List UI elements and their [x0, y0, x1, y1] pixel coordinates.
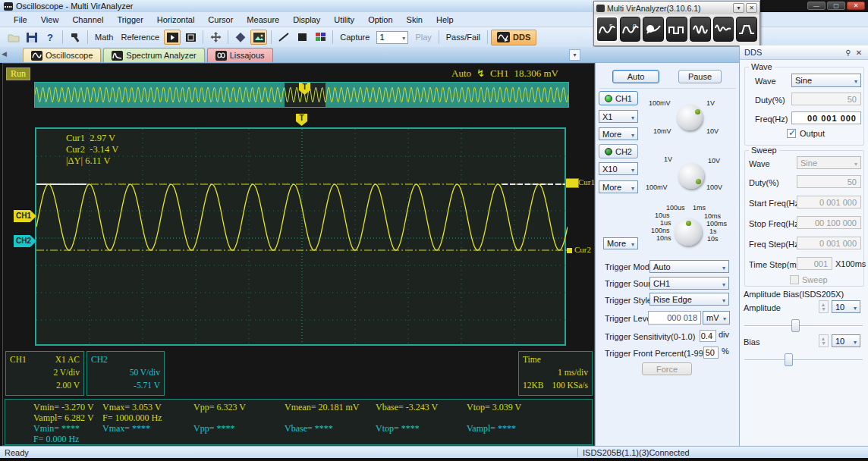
trigger-level-input[interactable]: 000 018	[648, 311, 701, 325]
persistence-button[interactable]	[232, 30, 249, 45]
amplitude-spinner[interactable]	[819, 300, 829, 313]
ch2-probe-select[interactable]: X10	[599, 162, 638, 175]
menu-item-4[interactable]: Horizontal	[151, 14, 201, 26]
timebase-knob[interactable]	[675, 218, 702, 246]
sweep-duty-input[interactable]: 50	[797, 175, 861, 188]
ch1-info-box[interactable]: CH1X1 AC 2 V/div 2.00 V	[5, 351, 84, 396]
ch2-volts-knob[interactable]	[678, 163, 704, 189]
pause-button[interactable]: Pause	[678, 70, 722, 83]
ch1-enable-button[interactable]: CH1	[599, 91, 638, 105]
sweep-step-input[interactable]: 0 001 000	[797, 237, 861, 249]
tab-spectrum-analyzer[interactable]: Spectrum Analyzer	[103, 48, 204, 62]
amplitude-slider-thumb[interactable]	[791, 319, 800, 332]
full-grid-button[interactable]	[182, 30, 199, 45]
trigger-level-unit-select[interactable]: mV	[703, 311, 730, 325]
menu-item-2[interactable]: Channel	[66, 14, 109, 26]
ch1-more-select[interactable]: More	[599, 127, 638, 140]
launcher-title-bar[interactable]: Multi VirAnalyzer(3.10.6.1) ✕	[594, 2, 760, 14]
oscilloscope-sine-icon[interactable]: s	[596, 17, 618, 42]
waveform-overview-strip[interactable]: T	[34, 82, 569, 108]
sweep-enable-checkbox[interactable]	[790, 275, 799, 284]
tab-oscilloscope[interactable]: Oscilloscope	[23, 48, 101, 62]
open-file-button[interactable]	[5, 30, 22, 45]
ch1-volts-knob[interactable]	[677, 105, 703, 130]
amplitude-range-select[interactable]: 10	[832, 300, 860, 313]
damped-wave-icon[interactable]	[713, 17, 734, 42]
square-wave-icon[interactable]	[666, 17, 687, 42]
help-button[interactable]: ?	[42, 30, 58, 45]
ch1-probe-select[interactable]: X1	[599, 110, 638, 123]
center-waveform-button[interactable]	[207, 30, 224, 45]
menu-item-5[interactable]: Cursor	[202, 14, 239, 26]
launcher-window: Multi VirAnalyzer(3.10.6.1) ✕ s p	[593, 1, 760, 46]
math-button[interactable]: Math	[91, 33, 117, 42]
split-view-button[interactable]	[164, 30, 181, 45]
trigger-mode-select[interactable]: Auto	[649, 260, 729, 273]
trigger-position-marker[interactable]: T	[296, 114, 307, 126]
cursor2-handle[interactable]	[567, 248, 572, 253]
line-draw-button[interactable]	[275, 30, 292, 45]
dds-freq-input[interactable]: 00 001 000	[791, 111, 861, 124]
bias-slider-thumb[interactable]	[785, 353, 793, 366]
bias-spinner[interactable]	[819, 334, 829, 347]
play-button[interactable]: Play	[411, 33, 435, 42]
reference-button[interactable]: Reference	[117, 33, 163, 42]
menu-item-0[interactable]: File	[8, 14, 33, 26]
trigger-front-input[interactable]: 50	[703, 347, 719, 359]
ch2-enable-button[interactable]: CH2	[599, 144, 638, 158]
ch2-info-box[interactable]: CH2 50 V/div -5.71 V	[86, 351, 165, 396]
svg-text:s: s	[609, 22, 612, 29]
launcher-close-button[interactable]: ✕	[746, 3, 757, 13]
trigger-style-select[interactable]: Rise Edge	[649, 293, 729, 306]
pulse-wave-icon[interactable]	[736, 17, 757, 42]
menu-item-10[interactable]: Skin	[401, 14, 429, 26]
sweep-time-input[interactable]: 001	[797, 257, 832, 270]
dds-duty-input[interactable]: 50	[791, 93, 861, 105]
pass-fail-button[interactable]: Pass/Fail	[442, 33, 484, 42]
maximize-button[interactable]	[827, 2, 845, 10]
dds-button[interactable]: DDS	[491, 30, 536, 45]
menu-item-8[interactable]: Utility	[328, 14, 360, 26]
menu-item-3[interactable]: Trigger	[111, 14, 149, 26]
pin-icon[interactable]: ⚲	[843, 49, 854, 57]
bias-range-select[interactable]: 10	[832, 334, 860, 347]
ch2-position-flag[interactable]: CH2	[14, 235, 36, 247]
sweep-stop-input[interactable]: 00 100 000	[797, 216, 861, 229]
time-info-box[interactable]: Time 1 ms/div 12KB100 KSa/s	[518, 351, 593, 396]
menu-item-7[interactable]: Display	[287, 14, 326, 26]
capture-count-select[interactable]: 1	[376, 31, 408, 44]
color-settings-button[interactable]	[312, 30, 329, 45]
dds-output-checkbox[interactable]	[787, 129, 796, 138]
audio-wave-icon[interactable]	[690, 17, 711, 42]
dds-close-icon[interactable]: ✕	[854, 49, 864, 57]
screenshot-button[interactable]	[250, 30, 267, 45]
menu-item-1[interactable]: View	[35, 14, 65, 26]
timebase-more-select[interactable]: More	[603, 237, 638, 249]
save-button[interactable]	[24, 30, 40, 45]
signal-source-icon[interactable]	[643, 17, 664, 42]
timebase-label-100ns: 100ns	[651, 227, 670, 234]
autoset-button[interactable]	[67, 30, 83, 45]
ch1-offset: 2.00 V	[10, 379, 80, 392]
menu-item-11[interactable]: Help	[430, 14, 460, 26]
sweep-wave-select[interactable]: Sine	[797, 156, 861, 169]
menu-item-9[interactable]: Option	[362, 14, 398, 26]
menu-item-6[interactable]: Measure	[241, 14, 285, 26]
auto-button[interactable]: Auto	[612, 70, 659, 83]
trigger-sensitivity-input[interactable]: 0.4	[700, 330, 716, 342]
close-button[interactable]	[847, 2, 865, 10]
tab-pin-button[interactable]	[569, 49, 580, 61]
ch2-more-select[interactable]: More	[599, 180, 638, 193]
dds-wave-select[interactable]: Sine	[791, 74, 861, 87]
rect-draw-button[interactable]	[294, 30, 310, 45]
tab-scroll-left-icon[interactable]: ◀	[2, 50, 7, 58]
tab-lissajous[interactable]: Lissajous	[207, 48, 273, 62]
launcher-menu-button[interactable]	[733, 3, 744, 13]
sweep-start-input[interactable]: 0 001 000	[797, 196, 861, 209]
force-trigger-button[interactable]: Force	[642, 362, 692, 375]
cursor1-handle[interactable]	[565, 178, 579, 188]
ch1-position-flag[interactable]: CH1	[14, 210, 36, 222]
minimize-button[interactable]	[807, 2, 826, 10]
spectrum-icon[interactable]: p	[620, 17, 641, 42]
trigger-source-select[interactable]: CH1	[649, 277, 729, 290]
